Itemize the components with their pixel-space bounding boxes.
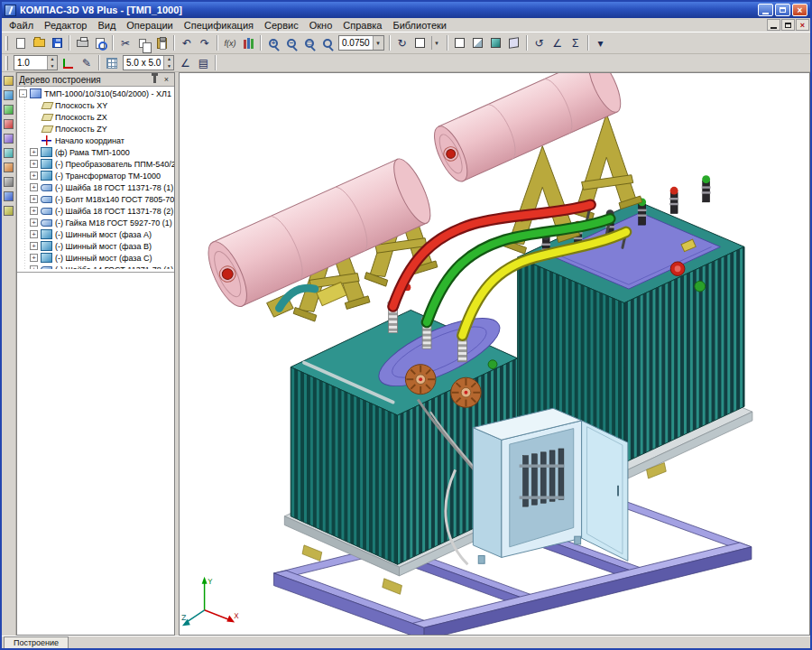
expand-toggle[interactable]: +: [30, 160, 38, 168]
expand-toggle[interactable]: +: [30, 254, 38, 262]
print-button[interactable]: [73, 34, 91, 51]
toolbar-grip[interactable]: [5, 36, 8, 51]
document-minimize-button[interactable]: [767, 19, 780, 31]
orientation-dropdown-button[interactable]: ▾: [431, 36, 442, 50]
instrument-panel-button-2[interactable]: [3, 88, 15, 101]
expand-toggle[interactable]: +: [30, 265, 38, 269]
tree-item[interactable]: Начало координат: [17, 135, 174, 146]
undo-button[interactable]: ↶: [178, 34, 196, 51]
tree-item[interactable]: - ТМП-1000/10/310(540/2000) - ХЛ1: [17, 88, 174, 99]
instrument-panel-button-8[interactable]: [3, 175, 15, 188]
library-manager-button[interactable]: [239, 34, 257, 51]
grid-step-spinner[interactable]: ▲▼: [163, 56, 173, 70]
menu-specification[interactable]: Спецификация: [179, 19, 259, 32]
close-button[interactable]: ×: [792, 4, 807, 16]
maximize-button[interactable]: [775, 4, 790, 16]
panel-close-button[interactable]: ×: [161, 74, 172, 85]
perspective-mode-button[interactable]: [505, 34, 523, 51]
tree-item[interactable]: + (-) Шайба 18 ГОСТ 11371-78 (1): [17, 181, 174, 193]
zoom-out-button[interactable]: −: [282, 34, 300, 51]
measure-angle-button[interactable]: ∠: [549, 34, 567, 51]
current-zoom-combo[interactable]: 0.0750 ▾: [338, 35, 384, 51]
tree-item[interactable]: + (ф) Рама ТМП-1000: [17, 146, 174, 158]
cut-button[interactable]: ✂: [116, 34, 134, 51]
spin-down-icon[interactable]: ▼: [164, 63, 173, 70]
orientation-button[interactable]: [411, 34, 429, 51]
redo-button[interactable]: ↷: [196, 34, 214, 51]
layers-button[interactable]: ▤: [194, 54, 212, 71]
document-close-button[interactable]: ×: [796, 19, 809, 31]
tree-item[interactable]: + (-) Трансформатор ТМ-1000: [17, 170, 174, 181]
zoom-dropdown-button[interactable]: ▾: [373, 36, 383, 50]
instrument-panel-button-6[interactable]: [3, 146, 15, 159]
line-style-spinner[interactable]: ▲▼: [47, 56, 57, 70]
expand-toggle[interactable]: +: [30, 218, 38, 227]
instrument-panel-button-10[interactable]: [3, 204, 15, 217]
orientation-dropdown[interactable]: ▾: [431, 35, 442, 51]
tree-item[interactable]: Плоскость XY: [17, 99, 174, 111]
line-style-combo[interactable]: 1.0 ▲▼: [14, 55, 58, 70]
3d-model-view[interactable]: Y X Z: [180, 73, 809, 635]
expand-toggle[interactable]: +: [30, 195, 38, 203]
title-bar[interactable]: КОМПАС-3D V8 Plus - [ТМП_1000] ×: [2, 2, 810, 18]
open-document-button[interactable]: [30, 34, 48, 51]
panel-pin-button[interactable]: [149, 74, 161, 85]
rotate-model-button[interactable]: ↺: [531, 34, 549, 51]
save-button[interactable]: [48, 34, 66, 51]
snap-settings-button[interactable]: ∠: [176, 54, 194, 71]
copy-button[interactable]: [134, 34, 152, 51]
paste-button[interactable]: [152, 34, 171, 51]
new-document-button[interactable]: [12, 34, 30, 51]
local-csys-button[interactable]: [60, 54, 78, 71]
document-restore-button[interactable]: [781, 19, 795, 31]
expand-toggle[interactable]: +: [30, 207, 38, 215]
instrument-panel-button-1[interactable]: [3, 74, 15, 87]
tree-item[interactable]: + (-) Гайка М18 ГОСТ 5927-70 (1): [17, 217, 174, 228]
zoom-in-button[interactable]: +: [264, 34, 282, 51]
model-viewport[interactable]: Y X Z: [179, 72, 810, 636]
zoom-area-button[interactable]: ▭: [300, 34, 318, 51]
expand-toggle[interactable]: +: [30, 242, 38, 250]
menu-service[interactable]: Сервис: [259, 19, 304, 32]
toolbar-grip[interactable]: [5, 56, 8, 70]
tree-item[interactable]: + (-) Преобразователь ППМ-540/2000: [17, 158, 174, 170]
menu-view[interactable]: Вид: [92, 19, 121, 32]
instrument-panel-button-9[interactable]: [3, 190, 15, 202]
menu-help[interactable]: Справка: [337, 19, 387, 32]
cabinet-door[interactable]: [582, 421, 628, 562]
spin-up-icon[interactable]: ▲: [48, 56, 57, 63]
menu-file[interactable]: Файл: [4, 19, 39, 32]
minimize-button[interactable]: [758, 4, 773, 16]
menu-window[interactable]: Окно: [304, 19, 338, 32]
tree-item[interactable]: + (-) Шинный мост (фаза С): [17, 252, 174, 264]
mode-tab-build[interactable]: Построение: [4, 636, 69, 648]
print-preview-button[interactable]: [91, 34, 109, 51]
grid-step-combo[interactable]: 5.0 x 5.0 ▲▼: [123, 55, 174, 70]
expand-toggle[interactable]: +: [30, 183, 38, 191]
control-cabinet[interactable]: [473, 408, 628, 563]
grid-toggle-button[interactable]: [103, 54, 121, 71]
zoom-all-button[interactable]: [318, 34, 337, 51]
expand-toggle[interactable]: +: [30, 148, 38, 156]
tree-item[interactable]: + (-) Шинный мост (фаза А): [17, 228, 174, 240]
menu-libraries[interactable]: Библиотеки: [387, 19, 452, 32]
tree-item[interactable]: + (-) Шинный мост (фаза В): [17, 240, 174, 252]
wireframe-mode-button[interactable]: [451, 34, 469, 51]
spin-up-icon[interactable]: ▲: [164, 56, 173, 63]
specification-button[interactable]: Σ: [567, 34, 585, 51]
expand-toggle[interactable]: -: [19, 89, 27, 98]
tree-item[interactable]: + (-) Шайба 18 ГОСТ 11371-78 (2): [17, 205, 174, 217]
instrument-panel-button-3[interactable]: [3, 103, 15, 116]
variables-button[interactable]: f(x): [221, 34, 239, 51]
tree-item[interactable]: + (-) Шайба 14 ГОСТ 11371-78 (1): [17, 264, 174, 269]
shaded-mode-button[interactable]: [487, 34, 505, 51]
instrument-panel-button-5[interactable]: [3, 132, 15, 144]
tree-item[interactable]: Плоскость ZX: [17, 111, 174, 123]
instrument-panel-button-4[interactable]: [3, 117, 15, 130]
refresh-image-button[interactable]: ↻: [393, 34, 411, 51]
tree-item[interactable]: + (-) Болт М18х140 ГОСТ 7805-70 (1): [17, 193, 174, 205]
instrument-panel-button-7[interactable]: [3, 161, 15, 173]
toolbar-options-button[interactable]: ▾: [592, 34, 610, 51]
edit-sketch-button[interactable]: ✎: [78, 54, 96, 71]
expand-toggle[interactable]: +: [30, 172, 38, 180]
